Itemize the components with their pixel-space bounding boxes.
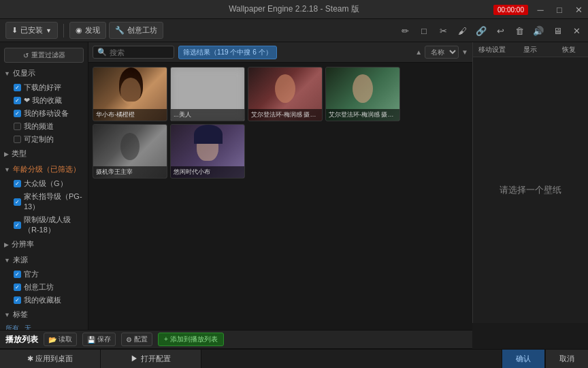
- restore-button[interactable]: 恢复: [550, 44, 588, 56]
- x-close-icon[interactable]: ✕: [568, 23, 585, 38]
- sidebar: ↺ 重置过滤器 ▼ 仅显示 下载的好评 ❤ 我的收藏 我的移动设备 我的频道 可…: [0, 42, 88, 334]
- cancel-label: 取消: [559, 354, 574, 364]
- chevron-type-icon: ▶: [4, 151, 9, 157]
- brush-icon[interactable]: 🖌: [453, 23, 471, 38]
- square-icon[interactable]: □: [415, 23, 433, 38]
- sort-select[interactable]: 名称 日期 评分: [425, 46, 459, 59]
- wallpaper-thumb-2[interactable]: ...美人: [170, 67, 245, 121]
- reset-filter-button[interactable]: ↺ 重置过滤器: [4, 48, 84, 63]
- props-section-label: 分辨率: [12, 239, 34, 249]
- installed-dropdown-icon: ▼: [46, 27, 52, 34]
- type-section-label: 类型: [12, 149, 27, 159]
- discover-icon: ◉: [76, 26, 82, 35]
- chevron-props-icon: ▶: [4, 241, 9, 248]
- apply-button[interactable]: ✱ 应用到桌面: [0, 350, 101, 368]
- read-label: 读取: [59, 335, 72, 344]
- installed-icon: ⬇: [12, 26, 18, 35]
- chevron-source-icon: ▼: [4, 257, 10, 264]
- playlist-bar: 播放列表 📂 读取 💾 保存 ⚙ 配置 + 添加到播放列表: [0, 330, 472, 349]
- cancel-button[interactable]: 取消: [545, 350, 588, 368]
- confirm-label: 确认: [516, 354, 531, 364]
- checkbox-display-1[interactable]: [14, 97, 21, 104]
- thumb-label-3: 艾尔登法环-梅润感 摄机少女小布: [248, 109, 322, 121]
- rating-item-2[interactable]: 限制级/成人级（R-18）: [0, 213, 88, 236]
- props-section-header[interactable]: ▶ 分辨率: [0, 236, 88, 252]
- source-section-header[interactable]: ▼ 来源: [0, 252, 88, 268]
- filter-tag-label: 筛选结果（119 个中搜 6 个）: [183, 48, 272, 56]
- search-input[interactable]: [110, 48, 171, 57]
- save-icon: 💾: [87, 336, 95, 343]
- checkbox-rating-1[interactable]: [14, 198, 21, 206]
- content-panel: 🔍 筛选结果（119 个中搜 6 个） ▲ 名称 日期 评分 ▼: [88, 42, 472, 334]
- confirm-button[interactable]: 确认: [502, 350, 545, 368]
- trash-icon[interactable]: 🗑: [510, 23, 528, 38]
- workshop-icon: 🔧: [115, 26, 125, 35]
- checkbox-source-2[interactable]: [14, 296, 21, 304]
- link-icon[interactable]: 🔗: [472, 23, 490, 38]
- wallpaper-thumb-5[interactable]: 摄机帝王主宰: [93, 124, 167, 179]
- display-item-2[interactable]: 我的移动设备: [0, 107, 88, 120]
- checkbox-display-2[interactable]: [14, 110, 21, 117]
- installed-button[interactable]: ⬇ 已安装 ▼: [5, 22, 58, 39]
- wallpaper-thumb-3[interactable]: 艾尔登法环-梅润感 摄机少女小布: [248, 67, 323, 121]
- display-item-0[interactable]: 下载的好评: [0, 81, 88, 94]
- checkbox-display-4[interactable]: [14, 136, 21, 143]
- chevron-tags-icon: ▼: [4, 311, 10, 318]
- pencil-icon[interactable]: ✏: [396, 23, 414, 38]
- rating-section-label: 年龄分级（已筛选）: [13, 164, 80, 174]
- chevron-icon: ▼: [4, 70, 10, 77]
- playlist-save-button[interactable]: 💾 保存: [82, 333, 116, 346]
- wallpaper-thumb-4[interactable]: 艾尔登法环-梅润感 摄机少女小布: [325, 67, 400, 121]
- playlist-config-button[interactable]: ⚙ 配置: [121, 333, 152, 346]
- display-section-header[interactable]: ▼ 仅显示: [0, 65, 88, 81]
- minimize-button[interactable]: ─: [531, 0, 550, 19]
- action-bar: ✱ 应用到桌面 ▶ 打开配置 确认 取消: [0, 349, 588, 368]
- wallpaper-thumb-1[interactable]: 华小布-橘橙橙: [93, 67, 167, 121]
- thumb-label-6: 悠闲时代小布: [171, 166, 244, 178]
- sort-controls: ▲ 名称 日期 评分 ▼: [415, 46, 468, 59]
- playlist-add-button[interactable]: + 添加到播放列表: [158, 333, 224, 346]
- sort-up-button[interactable]: ▲: [415, 48, 422, 56]
- wallpaper-thumb-6[interactable]: 悠闲时代小布: [170, 124, 245, 179]
- preview-top-buttons: 移动设置 显示 恢复: [472, 42, 588, 57]
- tags-section-label: 标签: [13, 309, 28, 320]
- checkbox-source-1[interactable]: [14, 283, 21, 291]
- type-section-header[interactable]: ▶ 类型: [0, 146, 88, 162]
- checkbox-display-3[interactable]: [14, 123, 21, 130]
- display-button[interactable]: 显示: [511, 44, 549, 56]
- checkbox-rating-2[interactable]: [14, 221, 21, 229]
- maximize-button[interactable]: □: [550, 0, 569, 19]
- source-section-label: 来源: [13, 255, 28, 265]
- undo-icon[interactable]: ↩: [491, 23, 509, 38]
- workshop-button[interactable]: 🔧 创意工坊: [109, 22, 163, 39]
- sort-down-button[interactable]: ▼: [461, 48, 468, 56]
- filter-tag[interactable]: 筛选结果（119 个中搜 6 个）: [178, 46, 277, 59]
- rating-section-header[interactable]: ▼ 年龄分级（已筛选）: [0, 162, 88, 177]
- preview-placeholder: 请选择一个壁纸: [500, 184, 561, 196]
- display-item-1[interactable]: ❤ 我的收藏: [0, 94, 88, 107]
- monitor-icon[interactable]: 🖥: [549, 23, 566, 38]
- tags-section-header[interactable]: ▼ 标签: [0, 307, 88, 322]
- title-text: Wallpaper Engine 2.2.18 - Steam 版: [229, 3, 359, 15]
- playlist-label: 播放列表: [5, 334, 38, 346]
- checkbox-rating-0[interactable]: [14, 180, 21, 187]
- move-settings-button[interactable]: 移动设置: [473, 44, 511, 56]
- crop-icon[interactable]: ✂: [434, 23, 452, 38]
- close-button[interactable]: ✕: [569, 0, 588, 19]
- rating-item-0[interactable]: 大众级（G）: [0, 177, 88, 190]
- source-item-1[interactable]: 创意工坊: [0, 281, 88, 294]
- config-label: 配置: [134, 335, 148, 344]
- rating-item-1[interactable]: 家长指导级（PG-13）: [0, 190, 88, 213]
- discover-button[interactable]: ◉ 发现: [69, 22, 106, 39]
- source-item-0[interactable]: 官方: [0, 268, 88, 281]
- right-toolbar: ✏ □ ✂ 🖌 🔗 ↩ 🗑 🔊 🖥 ✕: [396, 19, 588, 42]
- volume-icon[interactable]: 🔊: [529, 23, 547, 38]
- playlist-read-button[interactable]: 📂 读取: [44, 333, 77, 346]
- display-item-3[interactable]: 我的频道: [0, 120, 88, 133]
- display-item-4[interactable]: 可定制的: [0, 133, 88, 146]
- source-item-2[interactable]: 我的收藏板: [0, 294, 88, 307]
- open-config-button[interactable]: ▶ 打开配置: [101, 350, 201, 368]
- checkbox-display-0[interactable]: [14, 84, 21, 91]
- checkbox-source-0[interactable]: [14, 271, 21, 278]
- config-icon: ⚙: [126, 336, 132, 343]
